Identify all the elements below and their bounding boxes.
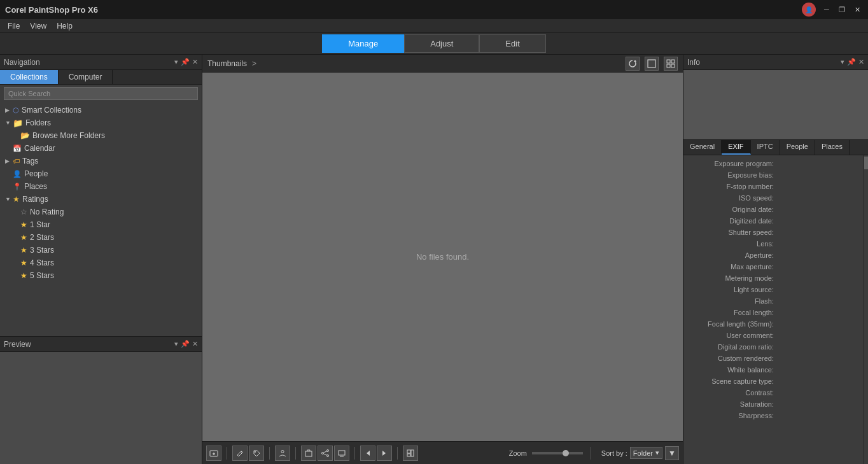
tab-adjust[interactable]: Adjust [404, 34, 479, 53]
info-row: Shutter speed: [683, 227, 863, 238]
tree-item-5-stars[interactable]: ★ 5 Stars [0, 269, 202, 282]
svg-rect-23 [411, 450, 414, 456]
info-field-label: Lens: [689, 240, 778, 248]
svg-rect-11 [305, 451, 312, 456]
info-row: Scene capture type: [683, 376, 863, 387]
info-field-label: White balance: [689, 366, 778, 374]
search-box [0, 85, 202, 102]
tab-edit[interactable]: Edit [479, 34, 545, 53]
nav-close-icon[interactable]: ✕ [192, 58, 198, 66]
tree-item-smart-collections[interactable]: ▶ ⬡ Smart Collections [0, 104, 202, 116]
sort-value: Folder [633, 449, 653, 457]
tree-item-calendar[interactable]: 📅 Calendar [0, 142, 202, 155]
refresh-button[interactable] [626, 57, 640, 71]
tab-manage[interactable]: Manage [322, 34, 404, 53]
tree-item-no-rating[interactable]: ☆ No Rating [0, 206, 202, 218]
edit-button[interactable] [232, 446, 248, 461]
separator-5 [397, 447, 398, 460]
info-field-label: Focal length: [689, 309, 778, 316]
info-close-icon[interactable]: ✕ [858, 58, 864, 66]
info-preview-area [683, 70, 868, 140]
zoom-slider[interactable] [532, 452, 583, 454]
info-scrollbar[interactable] [863, 155, 868, 464]
tab-exif[interactable]: EXIF [722, 140, 750, 155]
people-button[interactable] [275, 446, 290, 461]
svg-rect-1 [648, 60, 655, 67]
tree-item-1-star[interactable]: ★ 1 Star [0, 218, 202, 231]
zoom-label: Zoom [509, 449, 527, 457]
tree-item-2-stars[interactable]: ★ 2 Stars [0, 231, 202, 244]
breadcrumb-arrow: > [252, 59, 256, 68]
workspace-button[interactable] [403, 446, 418, 461]
svg-point-14 [327, 454, 329, 456]
nav-dropdown-icon[interactable]: ▾ [174, 58, 178, 66]
tab-computer[interactable]: Computer [59, 70, 113, 84]
tree-item-folders[interactable]: ▼ 📁 Folders [0, 116, 202, 129]
separator-6 [591, 447, 591, 460]
add-to-collection-button[interactable] [206, 446, 221, 461]
3-stars-icon: ★ [20, 246, 27, 255]
tab-general[interactable]: General [683, 140, 722, 155]
bottom-toolbar: Zoom Sort by : Folder ▾ ▼ [202, 441, 683, 464]
minimize-button[interactable]: ─ [821, 4, 832, 15]
tab-places[interactable]: Places [815, 140, 850, 155]
preview-pin-icon[interactable]: 📌 [181, 340, 190, 348]
single-view-button[interactable] [645, 57, 659, 71]
close-button[interactable]: ✕ [851, 4, 863, 15]
4-stars-icon: ★ [20, 258, 27, 267]
sort-dropdown[interactable]: Folder ▾ [630, 447, 662, 459]
workspace-icon [407, 449, 414, 457]
separator-1 [227, 447, 227, 460]
nav-pin-icon[interactable]: 📌 [181, 58, 190, 66]
tree-item-people[interactable]: 👤 People [0, 167, 202, 180]
info-pin-icon[interactable]: 📌 [847, 58, 856, 66]
user-icon: 👤 [802, 3, 816, 17]
tag-button[interactable] [249, 446, 264, 461]
tree-item-tags[interactable]: ▶ 🏷 Tags [0, 155, 202, 167]
get-photos-button[interactable] [301, 446, 316, 461]
menu-view[interactable]: View [25, 20, 52, 32]
share-button[interactable] [318, 446, 333, 461]
info-row: Custom rendered: [683, 353, 863, 364]
info-row: Exposure bias: [683, 169, 863, 181]
nav-section: Navigation ▾ 📌 ✕ Collections Computer ▶ [0, 55, 202, 337]
ratings-icon: ★ [13, 195, 20, 204]
tab-bar: Manage Adjust Edit [0, 33, 868, 55]
scroll-down-button[interactable]: ▼ [665, 446, 679, 460]
tab-iptc[interactable]: IPTC [751, 140, 780, 155]
tree-item-4-stars[interactable]: ★ 4 Stars [0, 257, 202, 269]
main-layout: Navigation ▾ 📌 ✕ Collections Computer ▶ [0, 55, 868, 464]
info-row: Digitized date: [683, 215, 863, 227]
scrollbar-thumb[interactable] [864, 157, 868, 169]
places-icon: 📍 [13, 183, 22, 191]
thumbnails-content: No files found. [202, 73, 683, 441]
svg-line-16 [324, 454, 327, 455]
info-field-label: Aperture: [689, 251, 778, 259]
tree-item-3-stars[interactable]: ★ 3 Stars [0, 244, 202, 257]
grid-view-button[interactable] [664, 57, 678, 71]
back-button[interactable] [360, 446, 375, 461]
tab-people[interactable]: People [780, 140, 815, 155]
tree-item-places[interactable]: 📍 Places [0, 180, 202, 193]
search-input[interactable] [4, 87, 198, 100]
info-panel-header: Info ▾ 📌 ✕ [683, 55, 868, 70]
info-row: User comment: [683, 330, 863, 341]
preview-close-icon[interactable]: ✕ [192, 340, 198, 348]
forward-button[interactable] [377, 446, 392, 461]
tab-collections[interactable]: Collections [0, 70, 59, 84]
info-dropdown-icon[interactable]: ▾ [841, 58, 844, 66]
menu-file[interactable]: File [3, 20, 25, 32]
tree-item-ratings[interactable]: ▼ ★ Ratings [0, 193, 202, 206]
tag-icon [253, 449, 260, 457]
menu-help[interactable]: Help [52, 20, 78, 32]
sort-dropdown-arrow: ▾ [655, 449, 659, 457]
info-row: F-stop number: [683, 181, 863, 192]
info-row: Aperture: [683, 250, 863, 261]
info-row: Max aperture: [683, 261, 863, 272]
slideshow-button[interactable] [334, 446, 349, 461]
preview-dropdown-icon[interactable]: ▾ [174, 340, 178, 348]
info-row: Exposure program: [683, 158, 863, 169]
tree-item-browse-more-folders[interactable]: 📂 Browse More Folders [0, 129, 202, 142]
add-collection-icon [209, 449, 218, 458]
restore-button[interactable]: ❐ [836, 4, 848, 15]
